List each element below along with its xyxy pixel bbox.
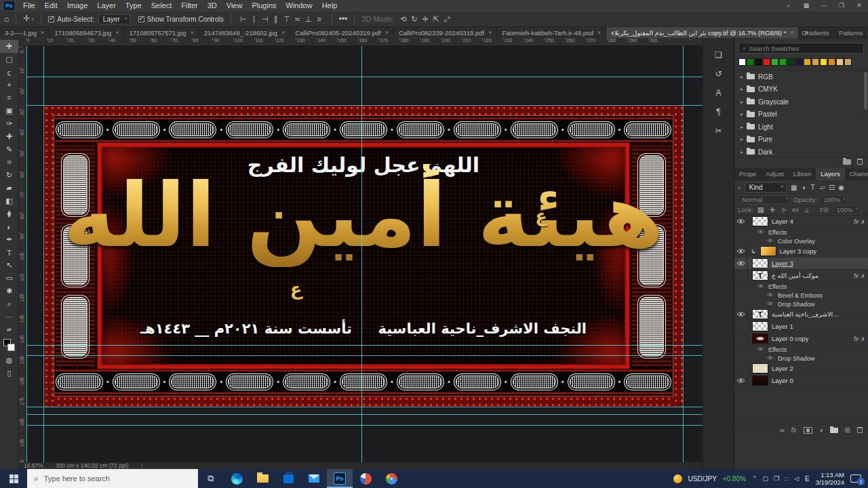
chrome-icon[interactable]	[378, 469, 404, 488]
dodge-tool[interactable]: ◐	[0, 220, 18, 233]
lock-pixels-icon[interactable]: ✛	[768, 206, 777, 214]
opacity-value[interactable]: 100%	[820, 195, 848, 204]
menu-layer[interactable]: Layer	[92, 0, 121, 12]
effect-row[interactable]: Drop Shadow	[734, 354, 868, 363]
paragraph-panel-icon[interactable]: ¶	[716, 107, 720, 117]
visibility-toggle[interactable]	[734, 245, 748, 258]
tab-prope[interactable]: Prope	[734, 168, 761, 180]
visibility-toggle[interactable]	[734, 308, 748, 321]
menu-image[interactable]: Image	[62, 0, 93, 12]
swatch-folder-cmyk[interactable]: ▸CMYK	[734, 83, 868, 96]
swatch-folder-light[interactable]: ▸Light	[734, 121, 868, 134]
color-swatch[interactable]	[820, 58, 827, 66]
layer-row[interactable]: ↳Layer 3 copy	[734, 245, 868, 258]
tab-chann[interactable]: Chann	[845, 168, 868, 180]
guide[interactable]	[43, 46, 44, 462]
type-tool[interactable]: T	[0, 246, 18, 259]
color-swatch[interactable]	[747, 58, 754, 66]
filter-adjustment-icon[interactable]: ◑	[799, 184, 808, 191]
layer-name[interactable]: Layer 3	[772, 260, 793, 267]
effect-row[interactable]: Bevel & Emboss	[734, 291, 868, 300]
effects-row[interactable]: Effects	[734, 345, 868, 354]
layer-thumbnail[interactable]	[752, 375, 768, 386]
tab-close-icon[interactable]: ×	[115, 29, 119, 36]
visibility-toggle[interactable]	[734, 216, 748, 228]
quick-mask-icon[interactable]: ◍	[0, 354, 18, 367]
distribute-h-icon[interactable]: ∥	[271, 15, 281, 24]
layer-fx-badge[interactable]: fx ∧	[854, 272, 865, 279]
align-bottom-icon[interactable]: ⊥	[303, 15, 314, 24]
healing-brush-tool[interactable]: ✚	[0, 130, 18, 143]
effect-visibility-icon[interactable]	[756, 228, 765, 236]
history-panel-icon[interactable]: ↺	[715, 69, 722, 79]
menu-view[interactable]: View	[222, 0, 248, 12]
guide[interactable]	[26, 77, 703, 77]
guide[interactable]	[683, 46, 684, 462]
blend-mode-dropdown[interactable]: Normal	[738, 195, 791, 204]
task-view-button[interactable]: ⧉	[198, 469, 224, 488]
toolbar-more-icon[interactable]: ⋯	[0, 310, 18, 323]
color-swatch[interactable]	[844, 58, 852, 66]
menu-select[interactable]: Select	[146, 0, 177, 12]
path-selection-tool[interactable]: ↖	[0, 259, 18, 272]
layer-filter-dropdown[interactable]: Kind	[745, 182, 787, 192]
lasso-tool[interactable]: ς	[0, 66, 18, 79]
menu-help[interactable]: Help	[317, 0, 342, 12]
color-swatch[interactable]	[755, 58, 762, 66]
guide[interactable]	[26, 46, 27, 462]
menu-type[interactable]: Type	[121, 0, 146, 12]
document-tab[interactable]: 2147483648_-218602.jpg×	[199, 27, 291, 38]
layer-row[interactable]: Layer 1	[734, 321, 868, 333]
vertical-ruler[interactable]: 0102030405060708090100110120130140150160…	[18, 46, 26, 462]
swatch-folder-pure[interactable]: ▸Pure	[734, 134, 868, 146]
blur-tool[interactable]: ⧫	[0, 207, 18, 220]
new-group-icon[interactable]	[843, 159, 851, 165]
move-tool-icon[interactable]: ✛ ˅	[23, 14, 34, 24]
layer-row[interactable]: Layer 2	[734, 363, 868, 375]
character-panel-icon[interactable]: A	[715, 88, 721, 98]
media-app-icon[interactable]	[353, 469, 378, 488]
color-swatch[interactable]	[787, 58, 795, 66]
layer-thumbnail[interactable]	[752, 321, 768, 331]
close-button[interactable]: ✕	[850, 0, 868, 12]
lock-transparency-icon[interactable]: ▨	[756, 206, 766, 214]
store-icon[interactable]	[275, 469, 301, 488]
taskbar-search-input[interactable]: ⌕ Type here to search	[27, 469, 198, 488]
screen-mode-icon[interactable]: ▯	[0, 367, 18, 380]
menu-file[interactable]: File	[18, 0, 40, 12]
layer-thumbnail[interactable]	[752, 216, 768, 226]
photoshop-taskbar-icon[interactable]: Ps	[327, 469, 353, 488]
artwork-banner[interactable]: ✦✦✦✦✦✦✦✦✦✦ ✦✦✦✦✦✦✦✦✦✦ اللهم عجل لوليك ال…	[43, 105, 684, 407]
visibility-toggle[interactable]	[734, 270, 748, 282]
guide[interactable]	[26, 425, 703, 426]
chevron-right-icon[interactable]: ▸	[741, 74, 743, 80]
tab-close-icon[interactable]: ×	[41, 29, 44, 36]
history-brush-tool[interactable]: ↻	[0, 169, 18, 182]
layer-name[interactable]: Layer 1	[772, 323, 793, 330]
layer-name[interactable]: Layer 4	[772, 218, 793, 225]
chevron-right-icon[interactable]: ▸	[741, 86, 743, 92]
filter-shape-icon[interactable]: ▱	[818, 184, 827, 191]
restore-button[interactable]: ❐	[833, 0, 850, 12]
edge-icon[interactable]	[224, 469, 250, 488]
currency-app-icon[interactable]	[673, 474, 682, 483]
effect-visibility-icon[interactable]	[766, 237, 774, 245]
clock[interactable]: 1:13 AM3/19/2024	[816, 471, 844, 486]
align-left-icon[interactable]: ⊢	[238, 15, 249, 24]
horizontal-ruler[interactable]: 0102030405060708090100110120130140150160…	[18, 37, 703, 46]
color-swatch[interactable]	[812, 58, 819, 66]
guide[interactable]	[26, 105, 703, 106]
document-tab[interactable]: CalliPro082405-20240319.pdf×	[290, 27, 394, 38]
chevron-right-icon[interactable]: ▸	[741, 111, 743, 117]
scrollbar-thumb[interactable]	[864, 72, 867, 110]
document-tab[interactable]: 3-2-—1.jpg×	[0, 27, 50, 38]
filter-pixel-icon[interactable]: ▦	[789, 184, 799, 191]
notification-icon[interactable]: 1	[850, 474, 861, 483]
eyedropper-tool[interactable]: ✑	[0, 117, 18, 130]
new-group-icon[interactable]	[830, 428, 838, 433]
layer-row[interactable]: Layer 4fx ∧	[734, 216, 868, 228]
guide[interactable]	[26, 345, 703, 346]
hand-tool[interactable]: ✱	[0, 285, 18, 298]
tray-display-icon[interactable]: ❒	[774, 475, 779, 483]
status-arrow-icon[interactable]: ⟩	[141, 462, 143, 469]
